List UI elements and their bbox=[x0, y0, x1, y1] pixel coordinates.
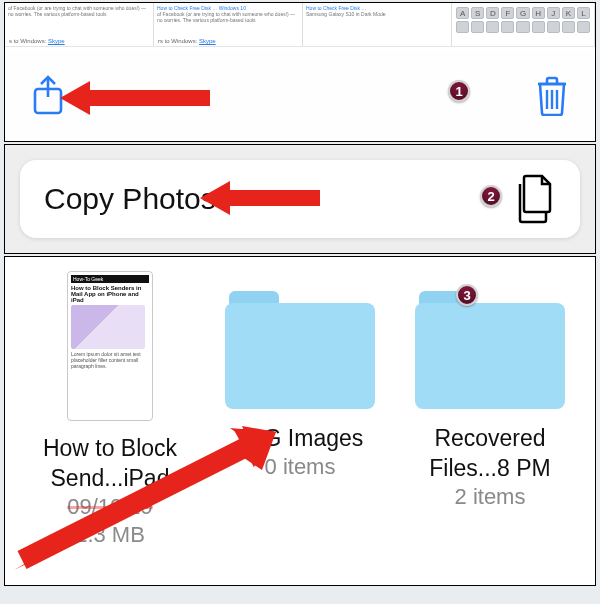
folder-icon bbox=[415, 291, 565, 409]
copy-icon bbox=[512, 174, 556, 224]
multitasking-panel: of Facebook (or are trying to chat with … bbox=[4, 2, 596, 142]
mini-sub: Samsung Galaxy S10 in Dark Mode bbox=[306, 11, 385, 17]
file-name: How to Block bbox=[20, 433, 200, 463]
key bbox=[577, 21, 590, 33]
delete-button[interactable] bbox=[531, 75, 573, 117]
key bbox=[532, 21, 545, 33]
step-badge-3: 3 bbox=[456, 284, 478, 306]
file-date: 09/10/19 bbox=[20, 493, 200, 521]
folder-name: Recovered bbox=[400, 423, 580, 453]
mini-tab-text: of Facebook (or are trying to chat with … bbox=[157, 11, 295, 23]
folder-icon bbox=[225, 291, 375, 409]
photos-toolbar bbox=[5, 51, 595, 141]
step-badge-1: 1 bbox=[448, 80, 470, 102]
file-name: Send...iPad bbox=[20, 463, 200, 493]
trash-icon bbox=[535, 76, 569, 116]
mini-tab-keyboard[interactable]: A S D F G H J K L bbox=[452, 3, 595, 46]
step-badge-2: 2 bbox=[480, 185, 502, 207]
mini-tab-footer: s to Windows: Skype bbox=[9, 38, 65, 44]
copy-photos-label: Copy Photos bbox=[44, 182, 216, 216]
share-sheet-panel: Copy Photos bbox=[4, 144, 596, 254]
key bbox=[486, 21, 499, 33]
file-item-folder-jpg[interactable]: JPG Images 0 items bbox=[210, 271, 390, 481]
mini-tab-2[interactable]: How to Check Free Disk … Windows 10 of F… bbox=[154, 3, 303, 46]
folder-name: JPG Images bbox=[210, 423, 390, 453]
key bbox=[516, 21, 529, 33]
thumb-image bbox=[71, 305, 145, 349]
mini-tab-text: of Facebook (or are trying to chat with … bbox=[8, 5, 146, 17]
key: G bbox=[516, 7, 529, 19]
files-row: How-To Geek How to Block Senders in Mail… bbox=[5, 271, 595, 549]
key: L bbox=[577, 7, 590, 19]
file-size: 1.3 MB bbox=[20, 521, 200, 549]
key: S bbox=[471, 7, 484, 19]
document-thumbnail: How-To Geek How to Block Senders in Mail… bbox=[67, 271, 153, 421]
thumb-header: How-To Geek bbox=[71, 275, 149, 283]
key bbox=[471, 21, 484, 33]
key: F bbox=[501, 7, 514, 19]
key: D bbox=[486, 7, 499, 19]
folder-count: 2 items bbox=[400, 483, 580, 511]
folder-count: 0 items bbox=[210, 453, 390, 481]
files-panel: How-To Geek How to Block Senders in Mail… bbox=[4, 256, 596, 586]
key bbox=[456, 21, 469, 33]
key: K bbox=[562, 7, 575, 19]
key: A bbox=[456, 7, 469, 19]
thumb-title: How to Block Senders in Mail App on iPho… bbox=[71, 285, 149, 303]
mini-tab-3[interactable]: How to Check Free Disk … Samsung Galaxy … bbox=[303, 3, 452, 46]
share-button[interactable] bbox=[27, 75, 69, 117]
folder-name: Files...8 PM bbox=[400, 453, 580, 483]
file-item-document[interactable]: How-To Geek How to Block Senders in Mail… bbox=[20, 271, 200, 549]
key bbox=[501, 21, 514, 33]
key: J bbox=[547, 7, 560, 19]
mini-tab-1[interactable]: of Facebook (or are trying to chat with … bbox=[5, 3, 154, 46]
key: H bbox=[532, 7, 545, 19]
mini-tab-footer: rs to Windows: Skype bbox=[158, 38, 216, 44]
mini-tab-row: of Facebook (or are trying to chat with … bbox=[5, 3, 595, 47]
keyboard-thumbnail: A S D F G H J K L bbox=[452, 3, 594, 37]
share-icon bbox=[30, 75, 66, 117]
key bbox=[547, 21, 560, 33]
key bbox=[562, 21, 575, 33]
file-item-folder-recovered[interactable]: Recovered Files...8 PM 2 items bbox=[400, 271, 580, 511]
